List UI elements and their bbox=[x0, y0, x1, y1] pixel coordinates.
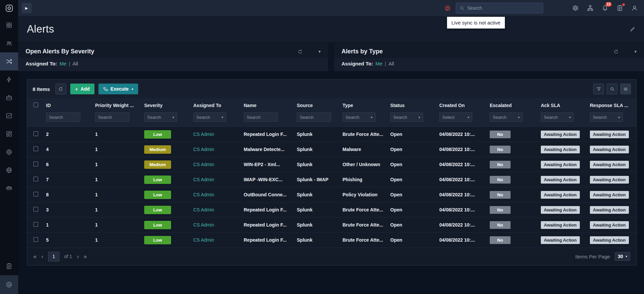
last-page-button[interactable]: » bbox=[83, 253, 87, 259]
table-row[interactable]: 8 1 Low CS Admin OutBound Conne... Splun… bbox=[27, 187, 636, 202]
assigned-me-link[interactable]: Me bbox=[59, 61, 67, 66]
table-row[interactable]: 7 1 Low CS Admin IMAP -WIN-EXC... Splunk… bbox=[27, 172, 636, 187]
execute-button[interactable]: Execute▾ bbox=[98, 84, 138, 94]
column-header-name[interactable]: Name bbox=[241, 98, 294, 110]
at-sign-icon[interactable] bbox=[0, 275, 18, 294]
zoom-button[interactable] bbox=[607, 84, 617, 94]
row-checkbox[interactable] bbox=[33, 161, 38, 166]
cell-name[interactable]: OutBound Conne... bbox=[241, 187, 294, 202]
clipboard-icon[interactable] bbox=[0, 257, 18, 275]
filter-select-ack-sla[interactable]: Search▾ bbox=[541, 112, 574, 122]
app-logo-icon[interactable] bbox=[0, 0, 18, 16]
live-sync-icon[interactable] bbox=[444, 5, 451, 12]
row-checkbox[interactable] bbox=[33, 222, 38, 227]
cell-priority-weight: 1 bbox=[92, 172, 142, 187]
report-icon[interactable] bbox=[616, 5, 623, 11]
cell-name[interactable]: IMAP -WIN-EXC... bbox=[241, 172, 294, 187]
assigned-to-link[interactable]: CS Admin bbox=[193, 192, 214, 197]
prev-page-button[interactable]: ‹ bbox=[41, 253, 43, 259]
table-row[interactable]: 2 1 Low CS Admin Repeated Login F... Spl… bbox=[27, 127, 636, 142]
widgets-icon[interactable] bbox=[0, 125, 18, 143]
table-row[interactable]: 6 1 Medium CS Admin WIN-EP2 - Xml... Spl… bbox=[27, 157, 636, 172]
items-per-page-select[interactable]: 30 ▾ bbox=[615, 252, 630, 261]
assigned-to-link[interactable]: CS Admin bbox=[193, 222, 214, 228]
row-checkbox[interactable] bbox=[33, 146, 38, 151]
assigned-to-link[interactable]: CS Admin bbox=[193, 132, 214, 137]
shuffle-arrows-icon[interactable] bbox=[0, 52, 18, 70]
edit-pencil-icon[interactable] bbox=[630, 27, 635, 32]
column-header-response-sla[interactable]: Response SLA ... bbox=[587, 98, 636, 110]
sitemap-icon[interactable] bbox=[587, 5, 594, 11]
filter-select-response-sla[interactable]: Search▾ bbox=[590, 112, 623, 122]
play-button[interactable]: ▶ bbox=[22, 3, 32, 13]
chevron-down-icon[interactable]: ▾ bbox=[318, 49, 321, 54]
assigned-all-link[interactable]: All bbox=[73, 61, 78, 66]
menu-button[interactable] bbox=[620, 84, 631, 94]
filter-input-priority-weight[interactable] bbox=[95, 112, 129, 122]
column-header-source[interactable]: Source bbox=[294, 98, 340, 110]
column-header-severity[interactable]: Severity bbox=[142, 98, 191, 110]
refresh-button[interactable] bbox=[55, 84, 66, 94]
briefcase-icon[interactable] bbox=[0, 89, 18, 107]
filter-input-id[interactable] bbox=[46, 112, 80, 122]
row-checkbox[interactable] bbox=[33, 192, 38, 197]
assigned-to-link[interactable]: CS Admin bbox=[193, 162, 214, 167]
cell-name[interactable]: Repeated Login F... bbox=[241, 233, 294, 248]
assigned-all-link[interactable]: All bbox=[389, 61, 394, 66]
cell-name[interactable]: Repeated Login F... bbox=[241, 202, 294, 217]
refresh-icon[interactable] bbox=[613, 49, 619, 54]
dashboard-icon[interactable] bbox=[0, 16, 18, 34]
filter-select-severity[interactable]: Search▾ bbox=[144, 112, 177, 122]
column-header-escalated[interactable]: Escalated bbox=[487, 98, 538, 110]
column-header-assigned-to[interactable]: Assigned To bbox=[191, 98, 241, 110]
target-icon[interactable] bbox=[0, 143, 18, 161]
filter-select-escalated[interactable]: Search▾ bbox=[490, 112, 523, 122]
assigned-to-link[interactable]: CS Admin bbox=[193, 207, 214, 212]
column-header-type[interactable]: Type bbox=[340, 98, 388, 110]
row-checkbox[interactable] bbox=[33, 177, 38, 182]
assigned-to-link[interactable]: CS Admin bbox=[193, 147, 214, 152]
first-page-button[interactable]: « bbox=[33, 253, 37, 259]
gear-icon[interactable] bbox=[572, 5, 579, 11]
select-all-checkbox[interactable] bbox=[33, 102, 38, 107]
people-queue-icon[interactable] bbox=[0, 34, 18, 52]
filter-select-assigned-to[interactable]: Search▾ bbox=[193, 112, 226, 122]
row-checkbox[interactable] bbox=[33, 207, 38, 212]
current-page-input[interactable]: 1 bbox=[48, 252, 59, 261]
globe-icon[interactable] bbox=[0, 161, 18, 179]
cell-name[interactable]: Repeated Login F... bbox=[241, 127, 294, 142]
next-page-button[interactable]: › bbox=[77, 253, 79, 259]
cell-name[interactable]: Malware Detecte... bbox=[241, 142, 294, 157]
team-icon[interactable] bbox=[0, 179, 18, 197]
row-checkbox[interactable] bbox=[33, 131, 38, 136]
cell-name[interactable]: WIN-EP2 - Xml... bbox=[241, 157, 294, 172]
column-header-status[interactable]: Status bbox=[388, 98, 437, 110]
filter-select-status[interactable]: Search▾ bbox=[390, 112, 423, 122]
column-header-created-on[interactable]: Created On bbox=[437, 98, 487, 110]
user-icon[interactable] bbox=[631, 5, 638, 11]
column-header-id[interactable]: ID bbox=[43, 98, 92, 110]
column-header-priority-weight[interactable]: Priority Weight ... bbox=[92, 98, 142, 110]
search-input[interactable] bbox=[467, 5, 539, 11]
assigned-to-link[interactable]: CS Admin bbox=[193, 177, 214, 182]
filter-select-type[interactable]: Search▾ bbox=[343, 112, 375, 122]
assigned-me-link[interactable]: Me bbox=[375, 61, 383, 66]
table-row[interactable]: 5 1 Low CS Admin Repeated Login F... Spl… bbox=[27, 233, 636, 248]
filter-input-name[interactable] bbox=[244, 112, 278, 122]
add-button[interactable]: +Add bbox=[70, 84, 94, 94]
filter-button[interactable] bbox=[593, 84, 604, 94]
column-header-ack-sla[interactable]: Ack SLA bbox=[538, 98, 587, 110]
filter-select-created-on[interactable]: Select▾ bbox=[439, 112, 472, 122]
lightning-icon[interactable] bbox=[0, 70, 18, 89]
chevron-down-icon[interactable]: ▾ bbox=[634, 49, 637, 54]
table-row[interactable]: 4 1 Medium CS Admin Malware Detecte... S… bbox=[27, 142, 636, 157]
table-row[interactable]: 1 1 Low CS Admin Repeated Login F... Spl… bbox=[27, 217, 636, 233]
bell-icon[interactable]: 13 bbox=[602, 5, 608, 11]
line-chart-icon[interactable] bbox=[0, 107, 18, 125]
row-checkbox[interactable] bbox=[33, 237, 38, 242]
assigned-to-link[interactable]: CS Admin bbox=[193, 237, 214, 243]
refresh-icon[interactable] bbox=[297, 49, 303, 54]
cell-name[interactable]: Repeated Login F... bbox=[241, 217, 294, 233]
table-row[interactable]: 3 1 Low CS Admin Repeated Login F... Spl… bbox=[27, 202, 636, 217]
filter-input-source[interactable] bbox=[297, 112, 331, 122]
